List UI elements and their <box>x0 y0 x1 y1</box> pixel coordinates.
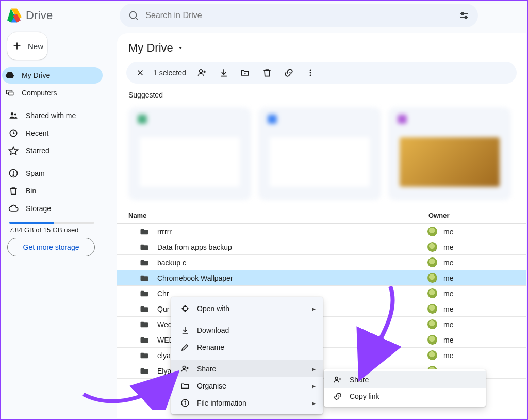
owner-cell: me <box>427 257 453 267</box>
avatar <box>427 242 437 252</box>
menu-open-with[interactable]: Open with ▸ <box>171 300 323 317</box>
folder-icon <box>140 351 149 360</box>
suggested-label: Suggested <box>117 91 526 99</box>
sidebar-item-label: Spam <box>26 169 45 177</box>
folder-icon <box>140 289 149 298</box>
open-with-icon <box>180 304 190 313</box>
sidebar-item-spam[interactable]: Spam <box>2 165 103 182</box>
suggested-card[interactable] <box>258 107 381 200</box>
avatar <box>427 319 437 329</box>
download-icon <box>180 326 190 335</box>
cloud-icon <box>8 203 19 214</box>
sidebar-item-label: Shared with me <box>26 111 76 120</box>
sidebar-item-shared[interactable]: Shared with me <box>2 107 103 124</box>
menu-organise[interactable]: Organise ▸ <box>171 377 323 394</box>
sidebar-item-bin[interactable]: Bin <box>2 183 103 199</box>
location-dropdown[interactable]: My Drive <box>117 33 526 62</box>
sidebar-item-my-drive[interactable]: My Drive <box>2 67 103 84</box>
menu-download[interactable]: Download <box>171 321 323 338</box>
menu-share[interactable]: Share ▸ <box>171 360 323 377</box>
drive-logo[interactable]: Drive <box>6 8 53 23</box>
new-button[interactable]: New <box>7 32 47 60</box>
owner-label: me <box>443 228 453 236</box>
owner-cell: me <box>427 319 453 329</box>
trash-icon <box>8 186 19 196</box>
search-options-icon[interactable] <box>458 10 470 21</box>
person-add-icon <box>197 68 207 78</box>
more-actions-button[interactable] <box>301 63 320 83</box>
owner-cell: me <box>427 227 453 236</box>
svg-point-24 <box>309 75 311 76</box>
sidebar: New My Drive Computers Shared with me Re… <box>2 32 107 256</box>
file-row[interactable]: backup cme <box>117 255 526 270</box>
file-list-header: Name Owner <box>117 203 526 224</box>
search-bar[interactable] <box>120 4 478 27</box>
suggested-card[interactable] <box>388 107 511 200</box>
info-icon <box>180 398 190 408</box>
copy-link-button[interactable] <box>279 63 299 83</box>
get-more-storage-button[interactable]: Get more storage <box>7 238 95 256</box>
svg-point-22 <box>309 70 311 71</box>
sidebar-item-label: Storage <box>26 204 51 213</box>
sidebar-item-starred[interactable]: Starred <box>2 142 103 159</box>
svg-point-30 <box>185 401 186 402</box>
download-button[interactable] <box>214 63 234 83</box>
avatar <box>427 304 437 314</box>
file-row[interactable]: Data from apps backupme <box>117 239 526 255</box>
owner-cell: me <box>427 273 453 283</box>
folder-icon <box>140 304 149 314</box>
sidebar-item-label: My Drive <box>22 71 50 79</box>
owner-label: me <box>443 289 453 298</box>
menu-rename[interactable]: Rename <box>171 338 323 356</box>
sidebar-item-computers[interactable]: Computers <box>2 85 103 101</box>
folder-icon <box>140 335 149 345</box>
person-add-icon <box>180 364 190 374</box>
folder-icon <box>140 243 149 252</box>
avatar <box>427 288 437 298</box>
col-header-owner[interactable]: Owner <box>428 212 501 219</box>
menu-label: Share <box>350 376 369 384</box>
sidebar-item-label: Starred <box>26 147 50 155</box>
move-button[interactable] <box>236 63 255 83</box>
context-menu: Open with ▸ Download Rename Share ▸ Orga… <box>171 297 323 414</box>
clear-selection-button[interactable] <box>130 63 150 83</box>
sidebar-item-storage[interactable]: Storage <box>2 200 103 217</box>
svg-point-31 <box>335 377 338 380</box>
menu-label: Download <box>197 326 229 334</box>
file-name: backup c <box>157 259 427 267</box>
menu-file-information[interactable]: File information ▸ <box>171 394 323 411</box>
sidebar-item-recent[interactable]: Recent <box>2 125 103 141</box>
file-row[interactable]: rrrrrrme <box>117 224 526 239</box>
chevron-right-icon: ▸ <box>312 304 316 313</box>
submenu-share[interactable]: Share <box>324 371 486 388</box>
sidebar-item-label: Recent <box>26 129 48 137</box>
file-row[interactable]: Chromebook Wallpaperme <box>117 270 526 286</box>
selection-count: 1 selected <box>153 69 186 77</box>
search-input[interactable] <box>139 10 453 21</box>
computers-icon <box>5 88 14 98</box>
close-icon <box>136 68 145 77</box>
col-header-name[interactable]: Name <box>128 212 428 219</box>
svg-point-25 <box>183 366 185 368</box>
file-name: Chromebook Wallpaper <box>157 274 427 282</box>
folder-icon <box>140 273 149 283</box>
plus-icon <box>11 40 23 52</box>
submenu-copy-link[interactable]: Copy link <box>324 388 486 405</box>
owner-label: me <box>443 336 453 344</box>
app-header: Drive <box>1 1 527 30</box>
folder-icon <box>140 258 149 267</box>
chevron-right-icon: ▸ <box>312 382 316 390</box>
share-submenu: Share Copy link <box>324 369 486 407</box>
new-button-label: New <box>28 42 43 51</box>
suggested-card[interactable] <box>128 107 251 200</box>
avatar <box>427 227 437 236</box>
delete-button[interactable] <box>257 63 277 83</box>
svg-point-11 <box>14 113 16 115</box>
sidebar-item-label: Computers <box>22 89 57 97</box>
folder-icon <box>140 382 149 391</box>
folder-icon <box>140 366 149 376</box>
owner-label: me <box>443 305 453 313</box>
owner-label: me <box>443 320 453 329</box>
storage-bar <box>9 222 94 224</box>
share-button[interactable] <box>192 63 212 83</box>
